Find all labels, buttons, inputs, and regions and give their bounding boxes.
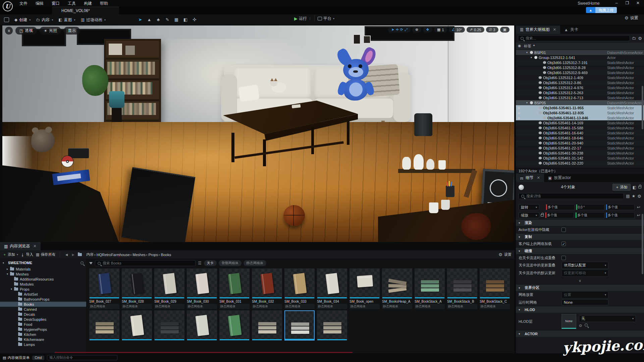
tab-details[interactable]: ⚎ 细节✕	[516, 174, 544, 182]
save-button[interactable]	[0, 16, 12, 23]
outliner-row[interactable]: Obj3d66-535461-32-220StaticMeshActor	[516, 161, 644, 166]
sidebar-folder-Canned[interactable]: Canned	[0, 307, 86, 312]
details-search-input[interactable]: 搜索详情	[519, 193, 624, 199]
outliner-row[interactable]: Obj3d66-1325312-5-263StaticMeshActor	[516, 90, 644, 95]
toolbar-cinematics[interactable]: ▥过场动画▾	[78, 16, 108, 24]
filter-funnel-icon[interactable]	[89, 262, 93, 264]
transform-value-field[interactable]: 多个值	[606, 212, 635, 218]
breadcrumb-item[interactable]: 内容	[86, 252, 94, 257]
outliner-row[interactable]: ▾BSP01DatasmithSceneActor	[516, 50, 644, 55]
filter-chip-关卡[interactable]: 关卡	[204, 260, 217, 266]
property-dropdown[interactable]: 仅更新可移动▾	[561, 269, 608, 277]
modeling-mode-icon[interactable]: ◧	[182, 17, 189, 23]
menu-item-窗口[interactable]: 窗口	[48, 0, 63, 7]
lock-icon[interactable]	[638, 186, 641, 188]
foliage-mode-icon[interactable]: ♣	[155, 17, 161, 23]
asset-tile-row2-4[interactable]	[219, 310, 250, 341]
asset-search-input[interactable]: 搜索 Books	[95, 260, 196, 266]
asset-tile-row2-2[interactable]	[154, 310, 184, 341]
breadcrumb-item[interactable]: HQRetroFarmhouse	[97, 253, 130, 257]
browse-icon[interactable]	[585, 323, 588, 326]
breadcrumb-item[interactable]: Props	[148, 253, 158, 257]
outliner-row[interactable]: Obj3d66-535461-20-940StaticMeshActor	[516, 140, 644, 145]
chevron-down-icon[interactable]: ▾	[3, 261, 6, 264]
section-header-HLOD[interactable]: ▾HLOD	[516, 306, 644, 313]
cb-settings-button[interactable]: ⚙ 设置	[498, 252, 512, 257]
transform-axis-dropdown[interactable]: 缩放▾	[519, 212, 539, 218]
asset-tile-row2-7[interactable]	[317, 310, 347, 341]
sidebar-folder-Kitchenware[interactable]: Kitchenware	[0, 337, 86, 342]
cb-save-all-button[interactable]: ▥保存所有	[36, 252, 55, 257]
asset-tile-SM_BookStack_C[interactable]: SM_BookStack_C静态网格体	[480, 268, 510, 309]
cb-add-button[interactable]: ＋添加▾	[3, 252, 18, 257]
outliner-row[interactable]: ◉▾Obj3d66-535461-12-935StaticMeshActor	[516, 110, 644, 115]
netdisk-upload-badge[interactable]: ▲ 拖拽上传	[586, 7, 617, 13]
sidebar-folder-AdditionalResources[interactable]: AdditionalResources	[0, 277, 86, 282]
sidebar-folder-Decals[interactable]: Decals	[0, 312, 86, 317]
filter-chip-静态网格体[interactable]: 静态网格体	[244, 260, 266, 266]
eye-icon[interactable]: ◉	[516, 106, 522, 110]
close-tab-icon[interactable]: ✕	[33, 244, 36, 248]
transform-value-field[interactable]: 0.0 °	[576, 204, 605, 210]
property-dropdown[interactable]: 位置▾	[561, 291, 608, 298]
forward-icon[interactable]: ►	[71, 252, 75, 257]
outliner-row[interactable]: Obj3d66-535461-16-640StaticMeshActor	[516, 130, 644, 135]
menu-item-构建[interactable]: 构建	[80, 0, 95, 7]
menu-item-编辑[interactable]: 编辑	[32, 0, 47, 7]
outliner-row[interactable]: Obj3d66-1325312-6-713StaticMeshActor	[516, 95, 644, 100]
outliner-row[interactable]: Obj3d66-535461-14-169StaticMeshActor	[516, 120, 644, 125]
outliner-row[interactable]: Obj3d66-535461-18-646StaticMeshActor	[516, 135, 644, 140]
asset-tile-SM_Book_029[interactable]: SM_Book_029静态网格体	[154, 268, 184, 309]
details-scrollbar[interactable]	[642, 214, 643, 274]
eye-icon[interactable]: ◉	[516, 116, 522, 120]
content-drawer-button[interactable]: ▤内容侧滑菜单	[3, 355, 30, 360]
scale-lock-icon[interactable]	[541, 214, 544, 217]
platforms-label[interactable]: 平台	[323, 16, 331, 21]
sidebar-folder-HygieneProps[interactable]: HygieneProps	[0, 327, 86, 332]
asset-tile-SM_Book_027[interactable]: SM_Book_027静态网格体	[89, 268, 119, 309]
expand-arrow-icon[interactable]: ▾	[526, 51, 530, 54]
console-command-input[interactable]: 输入控制台命令	[47, 355, 117, 360]
transform-value-field[interactable]: 多个值	[546, 204, 575, 210]
asset-tile-row2-6[interactable]	[284, 310, 315, 341]
eye-icon[interactable]: ◉	[516, 111, 522, 115]
play-label[interactable]: 运行	[299, 16, 307, 21]
property-dropdown[interactable]: 使用默认配置▾	[561, 262, 608, 269]
toolbar-settings[interactable]: ⚙ 设置	[625, 15, 638, 21]
outliner-settings-icon[interactable]: ⚙	[638, 36, 642, 41]
breadcrumb-item[interactable]: Meshes	[132, 253, 146, 257]
toolbar-content[interactable]: 🗀内容▾	[33, 16, 56, 24]
outliner-row[interactable]: Obj3d66-535461-31-142StaticMeshActor	[516, 156, 644, 161]
outliner-row[interactable]: ◉Obj3d66-535461-11-955StaticMeshActor	[516, 105, 644, 110]
close-button[interactable]: ✕	[635, 1, 641, 5]
cb-import-button[interactable]: ⭳导入	[21, 252, 33, 257]
expand-arrow-icon[interactable]: ▾	[535, 111, 538, 114]
menu-item-帮助[interactable]: 帮助	[97, 0, 111, 7]
unreal-logo-icon[interactable]: U	[3, 1, 13, 11]
menu-item-文件[interactable]: 文件	[16, 0, 31, 7]
asset-tile-SM_Book_033[interactable]: SM_Book_033静态网格体	[284, 268, 315, 309]
filter-chip-骨骼网格体[interactable]: 骨骼网格体	[219, 260, 241, 266]
outliner-row[interactable]: ▾Group-1325312-1-541Actor	[516, 55, 644, 60]
expand-arrow-icon[interactable]: ▾	[7, 273, 10, 276]
display-filter-icon[interactable]: ▤	[626, 194, 630, 198]
sidebar-folder-Lamps[interactable]: Lamps	[0, 342, 86, 347]
outliner-row[interactable]: Obj3d66-1325312-9-469StaticMeshActor	[516, 70, 644, 75]
sidebar-folder-DeskSupplies[interactable]: DeskSupplies	[0, 317, 86, 322]
outliner-row[interactable]: Obj3d66-535461-22-17StaticMeshActor	[516, 145, 644, 150]
fracture-mode-icon[interactable]: ▦	[173, 17, 179, 23]
asset-tile-SM_BooksHeap_A[interactable]: SM_BooksHeap_A静态网格体	[382, 268, 412, 309]
sidebar-folder-ArtistSet[interactable]: ArtistSet	[0, 292, 86, 297]
asset-tile-SM_BookStack_B[interactable]: SM_BookStack_B静态网格体	[447, 268, 477, 309]
minimize-button[interactable]: –	[614, 1, 619, 5]
breadcrumb-item[interactable]: Books	[161, 253, 171, 257]
outliner-column-header[interactable]: ◉ 标签 ▲ 类型	[516, 43, 644, 50]
hlod-layer-dropdown[interactable]: 无▾	[579, 315, 636, 322]
transform-value-field[interactable]: 多个值	[545, 212, 574, 218]
reset-to-default-icon[interactable]: ↩	[636, 205, 641, 209]
outliner-row[interactable]: Obj3d66-1325312-4-976StaticMeshActor	[516, 85, 644, 90]
asset-tile-row2-5[interactable]	[252, 310, 282, 341]
asset-tile-SM_Book_032[interactable]: SM_Book_032静态网格体	[252, 268, 282, 309]
checkbox[interactable]	[561, 228, 566, 232]
asset-tile-row2-3[interactable]	[187, 310, 217, 341]
